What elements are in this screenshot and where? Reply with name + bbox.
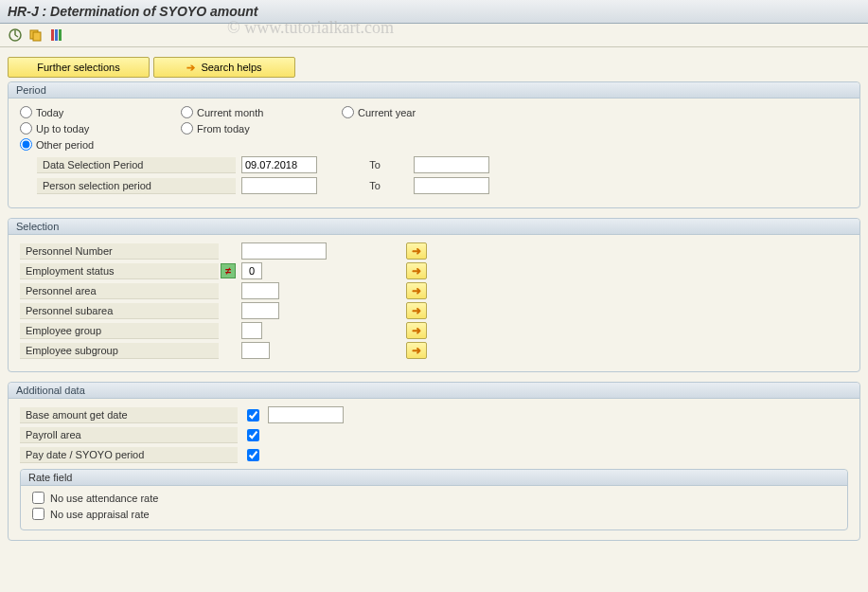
personnel-area-label: Personnel area (20, 283, 219, 299)
employment-status-input[interactable] (241, 262, 262, 279)
svg-rect-7 (59, 29, 62, 41)
data-selection-period-label: Data Selection Period (37, 157, 236, 173)
employee-subgroup-multiple-button[interactable]: ➜ (406, 342, 427, 359)
radio-current-year[interactable]: Current year (342, 106, 503, 118)
data-selection-from-input[interactable] (241, 156, 317, 173)
color-bars-icon[interactable] (49, 27, 64, 43)
app-toolbar: © www.tutorialkart.com (0, 24, 868, 47)
radio-other-period[interactable]: Other period (20, 138, 181, 151)
radio-today-label: Today (36, 107, 63, 118)
main-content: Further selections ➔ Search helps Period… (0, 47, 868, 560)
svg-rect-6 (55, 29, 58, 41)
to-label-2: To (342, 180, 408, 191)
additional-data-group: Additional data Base amount get date Pay… (8, 382, 860, 541)
variant-icon[interactable] (28, 27, 44, 43)
no-use-attendance-label: No use attendance rate (50, 493, 158, 504)
no-use-attendance-checkbox[interactable] (32, 492, 44, 504)
radio-current-month[interactable]: Current month (181, 106, 342, 118)
employment-status-multiple-button[interactable]: ➜ (406, 262, 427, 279)
radio-from-today-label: From today (197, 123, 250, 135)
radio-other-period-label: Other period (36, 139, 94, 151)
personnel-subarea-label: Personnel subarea (20, 303, 219, 319)
arrow-right-icon: ➔ (186, 62, 195, 74)
further-selections-label: Further selections (37, 62, 119, 73)
blank-icon (221, 302, 238, 319)
base-amount-date-checkbox[interactable] (247, 409, 259, 422)
employee-group-multiple-button[interactable]: ➜ (406, 322, 427, 339)
radio-today-input[interactable] (20, 106, 32, 118)
person-selection-to-input[interactable] (414, 177, 489, 194)
base-amount-date-input[interactable] (268, 406, 344, 423)
data-selection-to-input[interactable] (414, 156, 489, 173)
no-use-appraisal-checkbox[interactable] (32, 508, 44, 520)
employee-group-label: Employee group (20, 323, 219, 339)
employee-group-input[interactable] (241, 322, 262, 339)
personnel-number-input[interactable] (241, 242, 327, 260)
radio-current-year-label: Current year (358, 107, 416, 118)
radio-up-to-today-input[interactable] (20, 122, 32, 135)
employee-subgroup-input[interactable] (241, 342, 270, 359)
person-selection-from-input[interactable] (241, 177, 317, 194)
pay-date-syoyo-checkbox[interactable] (247, 449, 259, 461)
personnel-subarea-input[interactable] (241, 302, 279, 319)
blank-icon (221, 282, 238, 299)
radio-from-today[interactable]: From today (181, 122, 342, 135)
personnel-number-label: Personnel Number (20, 243, 219, 260)
employee-subgroup-label: Employee subgroup (20, 343, 219, 359)
selection-group: Selection Personnel Number ➜ Employment … (8, 218, 860, 372)
not-equal-icon[interactable]: ≠ (221, 263, 236, 278)
search-helps-button[interactable]: ➔ Search helps (153, 57, 295, 78)
personnel-number-multiple-button[interactable]: ➜ (406, 242, 427, 260)
search-helps-label: Search helps (201, 62, 261, 73)
radio-current-month-input[interactable] (181, 106, 193, 118)
radio-today[interactable]: Today (20, 106, 181, 118)
base-amount-date-label: Base amount get date (20, 407, 238, 423)
svg-rect-4 (33, 32, 41, 41)
blank-icon (221, 342, 238, 359)
blank-icon (221, 242, 238, 260)
employment-status-label: Employment status (20, 263, 219, 279)
further-selections-button[interactable]: Further selections (8, 57, 150, 78)
rate-field-legend: Rate field (21, 470, 847, 486)
svg-rect-5 (51, 29, 54, 41)
radio-from-today-input[interactable] (181, 122, 193, 135)
no-use-attendance-row[interactable]: No use attendance rate (32, 492, 836, 504)
execute-icon[interactable] (8, 27, 23, 43)
period-legend: Period (9, 82, 859, 99)
payroll-area-label: Payroll area (20, 427, 238, 443)
svg-line-2 (15, 35, 18, 37)
no-use-appraisal-label: No use appraisal rate (50, 509, 150, 520)
additional-data-legend: Additional data (9, 383, 859, 399)
radio-current-month-label: Current month (197, 107, 263, 118)
page-title: HR-J : Determination of SYOYO amount (0, 0, 868, 24)
radio-current-year-input[interactable] (342, 106, 354, 118)
person-selection-period-label: Person selection period (37, 178, 236, 194)
rate-field-group: Rate field No use attendance rate No use… (20, 469, 848, 530)
no-use-appraisal-row[interactable]: No use appraisal rate (32, 508, 836, 520)
pay-date-syoyo-label: Pay date / SYOYO period (20, 447, 238, 463)
radio-up-to-today-label: Up to today (36, 123, 89, 135)
radio-up-to-today[interactable]: Up to today (20, 122, 181, 135)
period-group: Period Today Current month Current year … (8, 81, 860, 208)
blank-icon (221, 322, 238, 339)
radio-other-period-input[interactable] (20, 138, 32, 151)
period-radio-grid: Today Current month Current year Up to t… (20, 106, 848, 151)
button-bar: Further selections ➔ Search helps (8, 57, 860, 78)
personnel-subarea-multiple-button[interactable]: ➜ (406, 302, 427, 319)
personnel-area-input[interactable] (241, 282, 279, 299)
personnel-area-multiple-button[interactable]: ➜ (406, 282, 427, 299)
selection-legend: Selection (9, 219, 859, 235)
payroll-area-checkbox[interactable] (247, 429, 259, 441)
to-label-1: To (342, 159, 408, 170)
